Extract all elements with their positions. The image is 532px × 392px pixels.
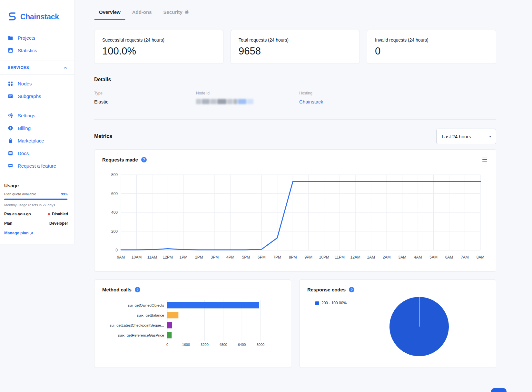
chat-widget-button[interactable] — [491, 388, 507, 392]
svg-text:$: $ — [10, 126, 12, 130]
sidebar-panel: Chainstack Projects Statistics SERVICES — [0, 0, 75, 244]
sidebar-item-subgraphs[interactable]: Subgraphs — [0, 90, 74, 103]
stat-label: Successful requests (24 hours) — [102, 37, 215, 43]
sidebar-item-settings[interactable]: Settings — [0, 109, 74, 122]
sidebar-item-billing[interactable]: $ Billing — [0, 122, 74, 134]
sidebar-item-nodes[interactable]: Nodes — [0, 77, 74, 90]
stat-cards: Successful requests (24 hours) 100.0% To… — [94, 30, 496, 64]
chart-menu-icon[interactable] — [481, 157, 488, 162]
svg-text:10AM: 10AM — [132, 255, 142, 260]
svg-text:5PM: 5PM — [242, 255, 250, 260]
services-label: SERVICES — [8, 65, 29, 70]
quota-progress-fill — [4, 199, 67, 200]
help-icon[interactable]: ? — [349, 287, 354, 292]
chat-bubble-icon — [8, 163, 13, 169]
response-codes-card: Response codes ? 200 - 100.00% — [299, 279, 496, 368]
sidebar-item-projects[interactable]: Projects — [0, 32, 74, 44]
payg-status: Disabled — [52, 212, 68, 216]
svg-text:2PM: 2PM — [195, 255, 203, 260]
requests-made-card: Requests made ? 9AM10AM11AM12PM1PM2PM3PM… — [94, 149, 496, 272]
sidebar-item-docs[interactable]: Docs — [0, 147, 74, 160]
svg-text:2AM: 2AM — [383, 255, 391, 260]
svg-text:6400: 6400 — [238, 343, 246, 347]
hosting-link[interactable]: Chainstack — [299, 99, 323, 104]
chainstack-logo[interactable]: Chainstack — [0, 0, 74, 32]
svg-text:3AM: 3AM — [398, 255, 406, 260]
metrics-header: Metrics Last 24 hours ▾ — [94, 129, 496, 144]
time-range-value: Last 24 hours — [442, 134, 471, 139]
svg-text:5AM: 5AM — [429, 255, 438, 260]
svg-text:sui_getLatestCheckpointSeque..: sui_getLatestCheckpointSeque... — [110, 323, 164, 327]
plan-label: Plan — [4, 221, 12, 226]
svg-text:7PM: 7PM — [273, 255, 281, 260]
section-divider — [94, 119, 496, 120]
sidebar-section-services[interactable]: SERVICES — [0, 61, 74, 75]
nav-label: Statistics — [18, 48, 37, 53]
svg-text:suix_getBalance: suix_getBalance — [137, 313, 164, 317]
nav-label: Nodes — [18, 81, 32, 86]
plan-value: Developer — [49, 221, 68, 226]
tab-add-ons[interactable]: Add-ons — [127, 6, 157, 20]
help-icon[interactable]: ? — [135, 287, 140, 292]
type-label: Type — [94, 91, 196, 95]
sidebar-nav: Projects Statistics SERVICES — [0, 32, 74, 172]
usage-reset-note: Monthly usage resets in 27 days — [4, 203, 68, 207]
status-dot-disabled — [48, 213, 50, 215]
nav-label: Subgraphs — [18, 93, 41, 99]
svg-text:12AM: 12AM — [350, 255, 360, 260]
legend-label-200: 200 - 100.00% — [321, 301, 347, 305]
tab-overview[interactable]: Overview — [94, 6, 125, 20]
stat-card-total-requests: Total requests (24 hours) 9658 — [231, 30, 360, 64]
nav-label: Settings — [18, 113, 35, 118]
docs-icon — [8, 151, 13, 156]
svg-text:sui_getOwnedObjects: sui_getOwnedObjects — [128, 303, 164, 307]
svg-text:suix_getReferenceGasPrice: suix_getReferenceGasPrice — [118, 333, 164, 337]
nodes-icon — [8, 81, 13, 86]
tab-label: Security — [163, 9, 182, 15]
subgraphs-icon — [8, 93, 13, 99]
sidebar-item-request-a-feature[interactable]: Request a feature — [0, 160, 74, 172]
chevron-down-icon: ▾ — [489, 134, 491, 139]
requests-line-chart: 9AM10AM11AM12PM1PM2PM3PM4PM5PM6PM7PM8PM9… — [102, 170, 488, 263]
time-range-dropdown[interactable]: Last 24 hours ▾ — [436, 129, 496, 144]
sidebar-item-statistics[interactable]: Statistics — [0, 44, 74, 57]
svg-text:400: 400 — [111, 210, 118, 215]
response-codes-title: Response codes — [307, 287, 346, 292]
app: Chainstack Projects Statistics SERVICES — [0, 0, 532, 392]
nav-label: Docs — [18, 151, 29, 156]
svg-text:4AM: 4AM — [414, 255, 422, 260]
stat-value: 9658 — [239, 45, 352, 57]
svg-text:8000: 8000 — [257, 343, 264, 347]
hosting-label: Hosting — [299, 91, 496, 95]
svg-text:800: 800 — [111, 172, 118, 177]
svg-text:9PM: 9PM — [304, 255, 312, 260]
payg-label: Pay-as-you-go — [4, 212, 31, 216]
tab-security[interactable]: Security — [159, 6, 194, 20]
method-calls-card: Method calls ? 016003200480064008000sui_… — [94, 279, 291, 368]
detail-hosting: Hosting Chainstack — [299, 91, 496, 104]
tab-label: Add-ons — [132, 9, 152, 15]
detail-node-id: Node Id — [196, 91, 299, 104]
tab-bar: Overview Add-ons Security — [94, 0, 496, 20]
quota-percent: 99% — [61, 192, 68, 196]
sidebar-divider — [0, 106, 74, 106]
main-content: Overview Add-ons Security Successful req… — [75, 0, 532, 392]
svg-text:4PM: 4PM — [226, 255, 234, 260]
nav-label: Request a feature — [18, 163, 56, 169]
svg-text:1AM: 1AM — [367, 255, 375, 260]
svg-text:11PM: 11PM — [335, 255, 344, 260]
dollar-circle-icon: $ — [8, 125, 13, 131]
legend-swatch-200 — [315, 301, 319, 305]
help-icon[interactable]: ? — [141, 157, 147, 162]
svg-text:200: 200 — [111, 229, 118, 234]
svg-text:6AM: 6AM — [445, 255, 453, 260]
sliders-icon — [8, 113, 13, 118]
quota-progress-bar — [4, 199, 68, 200]
sidebar-item-marketplace[interactable]: Marketplace — [0, 134, 74, 147]
svg-text:1600: 1600 — [182, 343, 190, 347]
svg-text:600: 600 — [111, 191, 118, 196]
manage-plan-link[interactable]: Manage plan ↗ — [4, 231, 33, 236]
stat-card-successful-requests: Successful requests (24 hours) 100.0% — [94, 30, 223, 64]
details-section: Details Type Elastic Node Id — [94, 77, 496, 104]
folder-icon — [8, 35, 13, 41]
